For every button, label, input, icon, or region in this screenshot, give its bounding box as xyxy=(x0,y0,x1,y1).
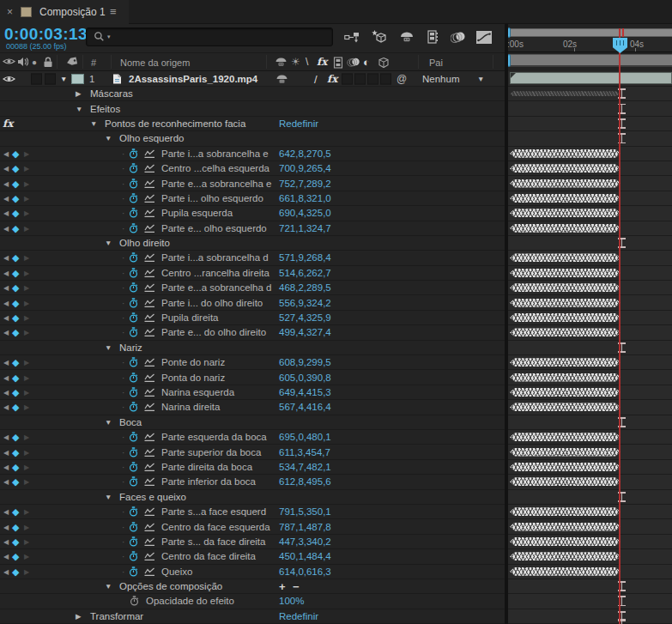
graph-toggle-icon[interactable] xyxy=(144,298,155,307)
next-keyframe-icon[interactable]: ▶ xyxy=(24,179,29,187)
disclosure-triangle[interactable]: ▼ xyxy=(105,493,112,501)
shy-icon[interactable] xyxy=(275,57,288,67)
switch-cell[interactable] xyxy=(354,73,366,84)
keyframes-band[interactable] xyxy=(510,388,621,397)
keyframe-diamond-icon[interactable]: ◆ xyxy=(12,432,19,443)
property-value[interactable]: 605,0,390,8 xyxy=(279,373,331,383)
property-name[interactable]: Parte superior da boca xyxy=(161,447,261,457)
column-source-name[interactable]: Nome da origem xyxy=(120,58,190,68)
keyframe-diamond-icon[interactable]: ◆ xyxy=(12,178,19,189)
prev-keyframe-icon[interactable]: ◀ xyxy=(3,448,9,456)
keyframe-diamond-icon[interactable]: ◆ xyxy=(12,566,19,577)
property-value[interactable]: 612,8,495,6 xyxy=(279,476,331,487)
fx-switch[interactable]: fx xyxy=(327,73,337,85)
prev-keyframe-icon[interactable]: ◀ xyxy=(3,165,9,173)
keyframes-band[interactable] xyxy=(510,283,621,292)
property-value[interactable]: 787,1,487,8 xyxy=(279,522,331,532)
disclosure-triangle[interactable]: ▶ xyxy=(76,612,82,621)
keyframe-diamond-icon[interactable]: ◆ xyxy=(12,327,19,338)
keyframes-band[interactable] xyxy=(510,328,621,336)
keyframes-band[interactable] xyxy=(510,253,621,262)
stopwatch-icon[interactable] xyxy=(129,476,138,487)
prev-keyframe-icon[interactable]: ◀ xyxy=(3,567,9,575)
group-row[interactable]: ▶TransformarRedefinir xyxy=(0,609,672,624)
switch-cell[interactable] xyxy=(342,73,353,84)
property-name[interactable]: Parte direita da boca xyxy=(161,462,252,472)
property-value[interactable]: 649,4,415,3 xyxy=(279,387,331,397)
group-row[interactable]: ▼Opções de composição+− xyxy=(0,579,672,594)
keyframes-band[interactable] xyxy=(510,507,621,516)
stopwatch-icon[interactable] xyxy=(129,387,138,397)
property-row[interactable]: ◀◆▶·Queixo614,0,616,3 xyxy=(0,565,672,579)
property-row[interactable]: ◀◆▶·Centro ...celha esquerda700,9,265,4 xyxy=(0,161,672,176)
graph-toggle-icon[interactable] xyxy=(144,268,155,277)
property-value[interactable]: 695,0,480,1 xyxy=(279,432,331,442)
work-area-bar[interactable] xyxy=(506,54,672,67)
graph-editor-icon[interactable] xyxy=(474,27,494,47)
property-row[interactable]: ◀◆▶·Parte e... do olho direito499,4,327,… xyxy=(0,325,672,340)
prev-keyframe-icon[interactable]: ◀ xyxy=(3,433,9,441)
keyframes-band[interactable] xyxy=(510,358,621,367)
graph-toggle-icon[interactable] xyxy=(144,433,155,442)
prev-keyframe-icon[interactable]: ◀ xyxy=(3,523,9,530)
panel-menu-icon[interactable]: ≡ xyxy=(110,5,117,18)
graph-toggle-icon[interactable] xyxy=(144,388,155,397)
next-keyframe-icon[interactable]: ▶ xyxy=(24,254,29,262)
keyframes-band[interactable] xyxy=(510,179,621,188)
property-name[interactable]: Centro da face esquerda xyxy=(161,522,270,532)
disclosure-triangle[interactable]: ▼ xyxy=(90,119,97,128)
group-label[interactable]: Opções de composição xyxy=(119,581,222,591)
property-row[interactable]: ◀◆▶·Parte i... olho esquerdo661,8,321,0 xyxy=(0,191,672,206)
property-row[interactable]: ◀◆▶·Parte esquerda da boca695,0,480,1 xyxy=(0,430,672,445)
next-keyframe-icon[interactable]: ▶ xyxy=(24,537,29,545)
property-value[interactable]: 514,6,262,7 xyxy=(279,268,331,278)
group-row[interactable]: ▶Máscaras xyxy=(0,87,672,101)
layer-disclosure-triangle[interactable]: ▼ xyxy=(60,75,67,83)
property-value[interactable]: 447,3,340,2 xyxy=(279,536,331,547)
graph-toggle-icon[interactable] xyxy=(144,358,155,367)
collapse-sun-icon[interactable]: ☀ xyxy=(291,56,300,68)
graph-toggle-icon[interactable] xyxy=(144,522,155,531)
stopwatch-icon[interactable] xyxy=(129,447,138,457)
graph-toggle-icon[interactable] xyxy=(144,403,155,412)
next-keyframe-icon[interactable]: ▶ xyxy=(24,478,29,486)
property-value[interactable]: 611,3,454,7 xyxy=(279,447,330,457)
property-row[interactable]: ◀◆▶·Parte e... olho esquerdo721,1,324,7 xyxy=(0,221,672,236)
next-keyframe-icon[interactable]: ▶ xyxy=(24,359,29,367)
property-value[interactable]: 752,7,289,2 xyxy=(279,179,331,189)
property-value[interactable]: 534,7,482,1 xyxy=(279,462,331,472)
graph-toggle-icon[interactable] xyxy=(144,552,155,561)
keyframes-band[interactable] xyxy=(510,477,621,486)
prev-keyframe-icon[interactable]: ◀ xyxy=(3,478,9,486)
graph-toggle-icon[interactable] xyxy=(144,164,155,173)
prev-keyframe-icon[interactable]: ◀ xyxy=(3,209,9,217)
remove-option-icon[interactable]: − xyxy=(293,580,300,593)
keyframes-band[interactable] xyxy=(510,523,621,531)
current-time-display[interactable]: 0:00:03:13 xyxy=(4,25,88,44)
group-row[interactable]: ▼Nariz xyxy=(0,341,672,355)
keyframes-band[interactable] xyxy=(510,209,621,217)
disclosure-triangle[interactable]: ▼ xyxy=(105,582,112,591)
keyframes-band[interactable] xyxy=(510,224,621,233)
disclosure-triangle[interactable]: ▼ xyxy=(105,418,112,427)
group-label[interactable]: Olho esquerdo xyxy=(119,133,184,143)
graph-toggle-icon[interactable] xyxy=(144,447,155,457)
next-keyframe-icon[interactable]: ▶ xyxy=(24,269,29,276)
property-name[interactable]: Ponta do nariz xyxy=(161,373,225,383)
solo-icon[interactable]: ● xyxy=(32,58,37,67)
mask-keyframes-band[interactable] xyxy=(510,91,620,96)
property-name[interactable]: Ponte do nariz xyxy=(161,357,225,367)
stopwatch-icon[interactable] xyxy=(129,327,138,337)
reset-link[interactable]: Redefinir xyxy=(279,611,318,621)
disclosure-triangle[interactable]: ▼ xyxy=(105,134,112,142)
motion-blur-icon[interactable] xyxy=(347,57,360,68)
property-value[interactable]: 567,4,416,4 xyxy=(279,402,331,412)
next-keyframe-icon[interactable]: ▶ xyxy=(24,433,29,441)
keyframes-band[interactable] xyxy=(510,269,621,277)
layer-row[interactable]: ▼12AssassinsParis_1920.mp4/fx@Nenhum▼ xyxy=(0,71,672,87)
stopwatch-icon[interactable] xyxy=(129,432,138,442)
keyframes-band[interactable] xyxy=(510,299,621,307)
stopwatch-icon[interactable] xyxy=(129,357,138,367)
property-name[interactable]: Narina esquerda xyxy=(161,387,234,397)
next-keyframe-icon[interactable]: ▶ xyxy=(24,149,29,157)
